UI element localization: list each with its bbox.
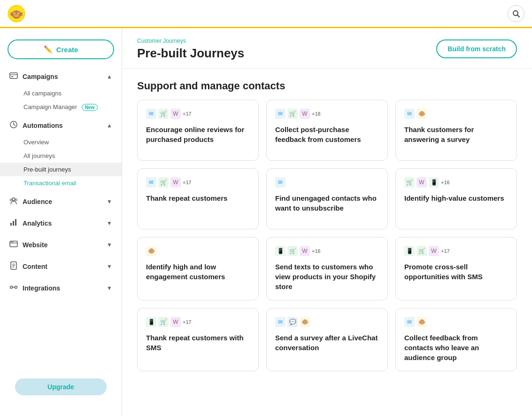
email-icon: ✉ — [275, 177, 285, 188]
nav-section-automations: Automations ▲ Overview All journeys Pre-… — [0, 116, 122, 190]
sidebar-item-all-journeys[interactable]: All journeys — [0, 149, 122, 163]
sidebar-bottom: Upgrade — [0, 373, 122, 408]
extra-count: +16 — [441, 180, 450, 185]
analytics-icon — [9, 218, 18, 228]
svg-point-15 — [10, 199, 12, 201]
journey-card[interactable]: ✉🛒W+17Encourage online reviews for purch… — [137, 100, 259, 161]
journey-card[interactable]: 📱🛒W+17Promote cross-sell opportunities w… — [395, 237, 517, 300]
journey-card[interactable]: 🐵Identify high and low engagement custom… — [137, 237, 259, 300]
journey-card[interactable]: ✉🛒W+18Collect post-purchase feedback fro… — [266, 100, 388, 161]
nav-section-audience: Audience ▼ — [0, 192, 122, 212]
journey-card[interactable]: ✉🐵Collect feedback from contacts who lea… — [395, 308, 517, 371]
journey-card[interactable]: ✉💬🐵Send a survey after a LiveChat conver… — [266, 308, 388, 371]
pencil-icon: ✏️ — [44, 45, 53, 54]
email-icon: ✉ — [146, 109, 156, 119]
sidebar-item-campaign-manager[interactable]: Campaign Manager New — [0, 100, 122, 114]
journey-card[interactable]: ✉Find unengaged contacts who want to uns… — [266, 168, 388, 229]
journey-card[interactable]: 📱🛒W+16Send texts to customers who view p… — [266, 237, 388, 300]
svg-point-22 — [12, 242, 13, 243]
nav-item-analytics[interactable]: Analytics ▼ — [0, 213, 122, 233]
shop-icon: 🛒 — [158, 177, 169, 188]
logo[interactable] — [8, 5, 25, 23]
journey-card[interactable]: 🛒W📱+16Identify high-value customers — [395, 168, 517, 229]
shop-icon: 🛒 — [404, 177, 415, 188]
integrations-icon — [9, 283, 18, 293]
breadcrumb: Customer Journeys — [137, 38, 244, 44]
card-icons: ✉🛒W+18 — [275, 109, 379, 119]
section-title: Support and manage contacts — [122, 69, 532, 100]
extra-count: +17 — [183, 180, 192, 185]
card-icons: ✉💬🐵 — [275, 317, 379, 327]
header-left: Customer Journeys Pre-built Journeys — [137, 38, 244, 61]
chevron-down-icon3: ▼ — [107, 198, 112, 205]
card-icons: 🐵 — [146, 246, 250, 256]
email-icon: ✉ — [146, 177, 156, 188]
automations-icon — [9, 120, 18, 131]
content-icon — [9, 261, 18, 272]
search-button[interactable] — [508, 5, 524, 22]
card-title: Collect post-purchase feedback from cust… — [275, 125, 379, 144]
nav-item-automations[interactable]: Automations ▲ — [0, 116, 122, 135]
nav-item-campaigns[interactable]: Campaigns ▲ — [0, 67, 122, 86]
svg-rect-18 — [13, 221, 14, 226]
chevron-down-icon5: ▼ — [107, 242, 112, 248]
chevron-down-icon7: ▼ — [107, 285, 112, 291]
card-icons: ✉🐵 — [404, 109, 508, 119]
sidebar-item-overview[interactable]: Overview — [0, 135, 122, 149]
journey-card[interactable]: 📱🛒W+17Thank repeat customers with SMS — [137, 308, 259, 371]
card-icons: ✉🛒W+17 — [146, 177, 250, 188]
sidebar-item-pre-built-journeys[interactable]: Pre-built journeys — [0, 163, 122, 176]
sidebar-item-transactional-email[interactable]: Transactional email — [0, 176, 122, 190]
svg-point-6 — [18, 13, 19, 14]
woo-icon: W — [416, 177, 427, 188]
extra-count: +17 — [441, 248, 450, 254]
card-title: Send a survey after a LiveChat conversat… — [275, 333, 379, 353]
extra-count: +18 — [312, 111, 321, 117]
card-title: Find unengaged contacts who want to unsu… — [275, 193, 379, 213]
card-title: Thank customers for answering a survey — [404, 125, 508, 144]
card-title: Thank repeat customers — [146, 193, 250, 203]
create-button[interactable]: ✏️ Create — [8, 39, 114, 59]
monkey-icon: 🐵 — [416, 317, 427, 327]
nav-item-audience[interactable]: Audience ▼ — [0, 192, 122, 212]
upgrade-button[interactable]: Upgrade — [15, 378, 107, 395]
monkey-icon: 🐵 — [416, 109, 427, 119]
svg-point-8 — [20, 12, 23, 16]
card-icons: 📱🛒W+16 — [275, 246, 379, 256]
chevron-up-icon: ▲ — [107, 73, 112, 80]
svg-point-5 — [15, 13, 15, 14]
journey-card[interactable]: ✉🛒W+17Thank repeat customers — [137, 168, 259, 229]
woo-icon: W — [429, 246, 439, 256]
build-from-scratch-button[interactable]: Build from scratch — [436, 39, 517, 58]
extra-count: +17 — [183, 111, 192, 117]
page-title: Pre-built Journeys — [137, 46, 244, 61]
sidebar: ✏️ Create Campaigns ▲ All campaigns Camp… — [0, 28, 122, 416]
chevron-down-icon4: ▼ — [107, 220, 112, 227]
email-icon: ✉ — [275, 109, 285, 119]
svg-rect-17 — [10, 223, 12, 226]
svg-rect-12 — [11, 76, 13, 77]
card-title: Send texts to customers who view product… — [275, 262, 379, 291]
nav-item-integrations[interactable]: Integrations ▼ — [0, 278, 122, 298]
nav-section-analytics: Analytics ▼ — [0, 213, 122, 233]
journey-card[interactable]: ✉🐵Thank customers for answering a survey — [395, 100, 517, 161]
card-title: Encourage online reviews for purchased p… — [146, 125, 250, 144]
nav-item-content[interactable]: Content ▼ — [0, 257, 122, 276]
nav-section-content: Content ▼ — [0, 257, 122, 276]
nav-item-website[interactable]: Website ▼ — [0, 235, 122, 255]
shop-icon: 🛒 — [287, 246, 298, 256]
nav-section-campaigns: Campaigns ▲ All campaigns Campaign Manag… — [0, 67, 122, 114]
card-title: Collect feedback from contacts who leave… — [404, 333, 508, 362]
extra-count: +16 — [312, 248, 321, 254]
card-icons: ✉🛒W+17 — [146, 109, 250, 119]
sidebar-item-all-campaigns[interactable]: All campaigns — [0, 86, 122, 100]
campaigns-icon — [9, 71, 18, 82]
nav-section-integrations: Integrations ▼ — [0, 278, 122, 298]
svg-point-27 — [10, 286, 13, 289]
card-icons: 🛒W📱+16 — [404, 177, 508, 188]
chevron-up-icon2: ▲ — [107, 122, 112, 129]
woo-icon: W — [300, 109, 310, 119]
shop-icon: 🛒 — [158, 109, 169, 119]
shop-icon: 🛒 — [158, 317, 169, 327]
website-icon — [9, 240, 18, 250]
